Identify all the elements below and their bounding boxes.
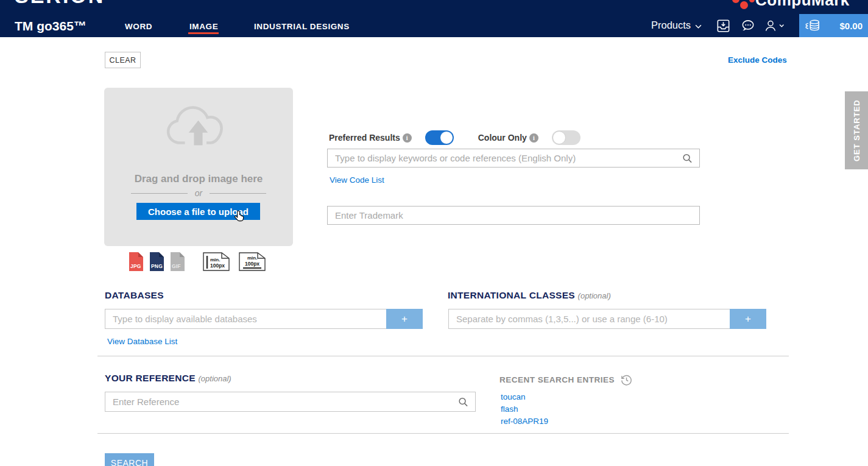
chevron-down-icon: [695, 19, 702, 31]
min-width-100px-icon: min. 100px: [239, 252, 266, 271]
intl-classes-title: INTERNATIONAL CLASSES (optional): [448, 290, 611, 301]
view-code-list-link[interactable]: View Code List: [330, 175, 384, 185]
section-divider: [97, 433, 789, 434]
view-database-list-link[interactable]: View Database List: [107, 337, 177, 346]
databases-field: +: [105, 309, 423, 329]
top-navbar: SERION CompuMark TM go365™ WORD IMAGE IN…: [0, 0, 868, 37]
account-balance[interactable]: $0.00: [799, 14, 868, 37]
serion-logo: SERION: [15, 0, 105, 8]
gif-file-icon: GIF: [171, 252, 185, 271]
trademark-field: [327, 206, 700, 225]
add-class-button[interactable]: +: [730, 309, 766, 329]
inbox-download-icon[interactable]: [716, 18, 731, 34]
colour-only-toggle[interactable]: [552, 130, 580, 145]
reference-field: [105, 392, 476, 412]
section-divider: [97, 356, 789, 356]
recent-entry-link[interactable]: flash: [501, 404, 518, 414]
add-database-button[interactable]: +: [386, 309, 423, 329]
colour-only-label: Colour Only: [478, 133, 527, 143]
optional-label: (optional): [578, 291, 611, 300]
search-options-row: Preferred Results Colour Only: [329, 130, 580, 145]
databases-input[interactable]: [105, 309, 386, 329]
info-icon[interactable]: [529, 133, 538, 143]
or-separator: or: [104, 188, 293, 198]
your-reference-title: YOUR REFERENCE (optional): [105, 373, 231, 384]
min-height-100px-icon: min. 100px: [203, 252, 230, 271]
products-menu[interactable]: Products: [651, 19, 702, 31]
active-tab-underline: [188, 32, 219, 34]
folded-corner: [159, 252, 164, 257]
svg-text:min.: min.: [247, 255, 257, 261]
toggle-knob: [552, 131, 566, 144]
mouse-cursor-icon: [232, 210, 245, 223]
folded-corner: [138, 252, 143, 257]
keyword-input[interactable]: [327, 149, 700, 168]
trademark-input[interactable]: [327, 206, 700, 225]
intl-classes-field: +: [448, 309, 766, 329]
compumark-logo-dot: [732, 0, 739, 3]
svg-text:100px: 100px: [245, 261, 259, 267]
preferred-results-label: Preferred Results: [329, 133, 400, 143]
folded-corner: [180, 252, 185, 257]
recent-entry-link[interactable]: ref-08APR19: [501, 417, 548, 426]
intl-classes-input[interactable]: [448, 309, 730, 329]
or-label: or: [195, 188, 202, 198]
get-started-tab[interactable]: GET STARTED: [845, 91, 868, 169]
search-icon[interactable]: [458, 397, 468, 407]
clear-button[interactable]: CLEAR: [105, 52, 141, 68]
balance-amount: $0.00: [839, 21, 863, 31]
cloud-upload-icon: [164, 97, 233, 156]
exclude-codes-link[interactable]: Exclude Codes: [728, 55, 787, 65]
products-menu-label: Products: [651, 19, 691, 31]
image-search-page: SERION CompuMark TM go365™ WORD IMAGE IN…: [0, 0, 868, 466]
history-icon: [620, 373, 633, 386]
user-account-icon[interactable]: [763, 18, 785, 34]
compumark-logo: CompuMark: [755, 0, 850, 10]
search-button[interactable]: SEARCH: [105, 453, 154, 466]
tab-image[interactable]: IMAGE: [189, 22, 218, 31]
drag-drop-label: Drag and drop image here: [104, 173, 293, 185]
info-icon[interactable]: [403, 133, 412, 143]
preferred-results-toggle[interactable]: [425, 130, 454, 145]
image-drop-zone[interactable]: Drag and drop image here or Choose a fil…: [104, 88, 293, 246]
product-name: TM go365™: [15, 19, 86, 34]
databases-title: DATABASES: [105, 290, 164, 301]
coins-icon: [804, 18, 821, 33]
compumark-logo-dot: [740, 1, 748, 9]
jpg-file-icon: JPG: [129, 252, 143, 271]
keyword-search-field: [327, 149, 700, 168]
chat-icon[interactable]: [740, 18, 755, 34]
tab-industrial-designs[interactable]: INDUSTRIAL DESIGNS: [254, 22, 350, 31]
reference-input[interactable]: [105, 392, 476, 412]
tab-word[interactable]: WORD: [125, 22, 152, 31]
recent-search-entries-title: RECENT SEARCH ENTRIES: [499, 373, 633, 386]
optional-label: (optional): [199, 374, 231, 383]
compumark-logo-dot: [749, 0, 755, 2]
png-file-icon: PNG: [150, 252, 164, 271]
recent-entry-link[interactable]: toucan: [501, 392, 526, 401]
search-icon[interactable]: [682, 153, 693, 163]
svg-text:min.: min.: [210, 257, 220, 263]
svg-text:100px: 100px: [210, 263, 225, 269]
toggle-knob: [440, 131, 453, 144]
